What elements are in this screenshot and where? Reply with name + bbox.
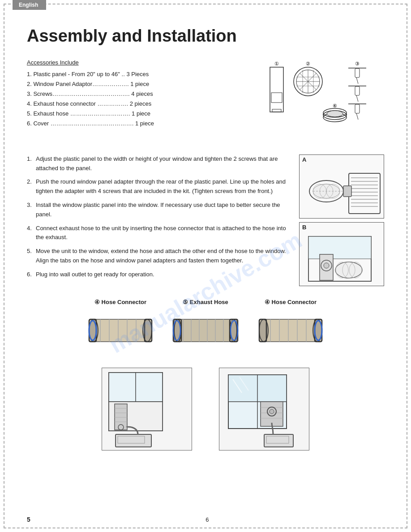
exhaust-hose-svg xyxy=(170,308,241,353)
svg-point-53 xyxy=(324,263,329,268)
bottom-diagrams xyxy=(27,368,384,450)
step-text: Move the unit to the window, extend the … xyxy=(36,248,286,264)
step-text: Push the round window panel adapter thro… xyxy=(36,178,286,194)
list-item: 6. Cover ……………………………………. 1 piece xyxy=(27,119,250,129)
page-numbers: 5 6 xyxy=(0,516,411,523)
svg-rect-17 xyxy=(355,69,360,77)
list-item: 1. Adjust the plastic panel to the width… xyxy=(27,154,290,173)
diagram-b-svg xyxy=(300,232,385,286)
list-item: 2. Push the round window panel adapter t… xyxy=(27,177,290,196)
step-text: Plug into wall outlet to get ready for o… xyxy=(36,271,154,278)
install-left-svg xyxy=(102,368,192,449)
install-right-svg xyxy=(219,368,309,449)
instructions-text: 1. Adjust the plastic panel to the width… xyxy=(27,154,290,290)
hose-section: ④ Hose Connector xyxy=(27,299,384,354)
svg-rect-50 xyxy=(308,236,371,259)
svg-rect-20 xyxy=(355,86,360,95)
list-item: 5. Exhaust hose …………………………. 1 piece xyxy=(27,109,250,119)
list-item: 3. Screws…………………………………. 4 pieces xyxy=(27,89,250,99)
page-title: Assembly and Installation xyxy=(27,27,384,46)
svg-text:⑥: ⑥ xyxy=(333,103,337,108)
svg-point-54 xyxy=(335,262,362,278)
instructions-diagrams: A xyxy=(299,154,384,290)
diagram-b: B xyxy=(299,222,384,286)
svg-rect-38 xyxy=(349,173,380,214)
svg-point-116 xyxy=(270,409,274,414)
accessories-title: Accessories Include xyxy=(27,59,250,66)
svg-rect-1 xyxy=(270,67,283,112)
main-content: Assembly and Installation Accessories In… xyxy=(0,0,411,482)
list-item: 3. Install the window plastic panel into… xyxy=(27,201,290,219)
page-num-left: 5 xyxy=(27,516,30,523)
svg-rect-3 xyxy=(272,109,281,112)
svg-text:①: ① xyxy=(274,61,279,66)
accessories-list: Accessories Include 1. Plastic panel - F… xyxy=(27,59,250,129)
hose-item-left: ④ Hose Connector xyxy=(85,299,156,354)
diagram-a: A xyxy=(299,154,384,219)
list-item: 6. Plug into wall outlet to get ready fo… xyxy=(27,270,290,279)
step-num: 5. xyxy=(27,247,32,256)
hose-item-right: ④ Hose Connector xyxy=(255,299,326,354)
svg-rect-69 xyxy=(174,319,237,342)
hose-item-center: ⑤ Exhaust Hose xyxy=(170,299,241,354)
page-num-center: 6 xyxy=(206,516,209,523)
svg-line-21 xyxy=(356,95,358,102)
accessories-svg: ① ② ③ xyxy=(259,59,384,140)
language-tab: English xyxy=(13,0,46,10)
step-num: 6. xyxy=(27,270,32,279)
list-item: 4. Exhaust hose connector ……………. 2 piece… xyxy=(27,99,250,109)
svg-point-29 xyxy=(327,111,343,117)
svg-rect-23 xyxy=(355,104,360,113)
svg-rect-2 xyxy=(271,93,282,103)
hose-label-left: ④ Hose Connector xyxy=(85,299,156,305)
svg-line-18 xyxy=(356,77,358,84)
accessories-items: 1. Plastic panel - From 20" up to 46" ..… xyxy=(27,69,250,129)
step-num: 1. xyxy=(27,154,32,164)
svg-text:③: ③ xyxy=(355,61,360,66)
step-text: Adjust the plastic panel to the width or… xyxy=(36,155,278,172)
instructions-section: 1. Adjust the plastic panel to the width… xyxy=(27,154,384,290)
diagram-a-label: A xyxy=(300,155,384,164)
accessories-diagram: ① ② ③ xyxy=(259,59,384,141)
step-text: Install the window plastic panel into th… xyxy=(36,202,280,218)
list-item: 2. Window Panel Adaptor………………. 1 piece xyxy=(27,79,250,89)
accessories-section: Accessories Include 1. Plastic panel - F… xyxy=(27,59,384,141)
hose-connector-right-svg xyxy=(255,308,326,353)
list-item: 4. Connect exhaust hose to the unit by i… xyxy=(27,224,290,243)
install-diagram-right xyxy=(219,368,309,450)
step-num: 3. xyxy=(27,201,32,210)
hose-label-right: ④ Hose Connector xyxy=(255,299,326,305)
instructions-list: 1. Adjust the plastic panel to the width… xyxy=(27,154,290,279)
svg-text:②: ② xyxy=(306,61,310,66)
hose-connector-left-svg xyxy=(85,308,156,353)
list-item: 1. Plastic panel - From 20" up to 46" ..… xyxy=(27,69,250,79)
svg-line-24 xyxy=(356,113,358,120)
step-num: 4. xyxy=(27,224,32,233)
step-num: 2. xyxy=(27,177,32,187)
diagram-b-label: B xyxy=(300,223,384,232)
step-text: Connect exhaust hose to the unit by inse… xyxy=(36,225,286,241)
install-diagram-left xyxy=(102,368,192,450)
hose-label-center: ⑤ Exhaust Hose xyxy=(170,299,241,305)
list-item: 5. Move the unit to the window, extend t… xyxy=(27,247,290,266)
diagram-a-svg xyxy=(300,164,385,218)
svg-rect-98 xyxy=(115,404,127,430)
svg-rect-48 xyxy=(343,186,351,197)
